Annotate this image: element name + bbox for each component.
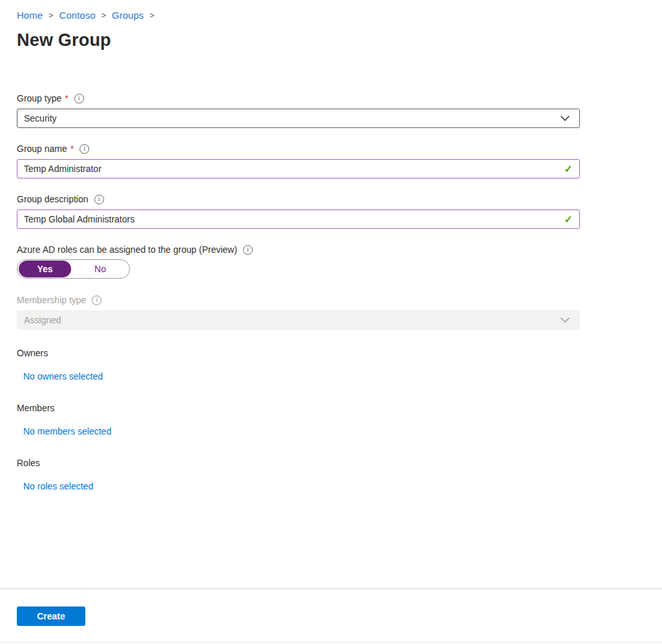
roles-assignable-label: Azure AD roles can be assigned to the gr… bbox=[17, 244, 580, 255]
roles-label: Roles bbox=[17, 458, 580, 468]
create-button[interactable]: Create bbox=[17, 606, 85, 626]
group-description-label-text: Group description bbox=[17, 194, 89, 204]
info-icon[interactable]: i bbox=[92, 295, 101, 305]
info-icon[interactable]: i bbox=[80, 144, 89, 154]
validation-check-icon: ✓ bbox=[564, 163, 573, 175]
footer-action-bar: Create bbox=[0, 588, 662, 643]
group-name-field: Group name * i ✓ bbox=[17, 144, 580, 178]
members-section: Members No members selected bbox=[17, 403, 580, 437]
group-type-select[interactable]: Security bbox=[17, 109, 580, 128]
group-name-input-wrap: ✓ bbox=[17, 159, 580, 178]
breadcrumb-separator: > bbox=[48, 10, 54, 20]
group-description-input-wrap: ✓ bbox=[17, 209, 580, 229]
chevron-down-icon bbox=[560, 115, 570, 122]
membership-type-label: Membership type i bbox=[17, 295, 580, 305]
owners-label: Owners bbox=[17, 348, 580, 358]
toggle-option-yes[interactable]: Yes bbox=[19, 261, 71, 277]
breadcrumb-link-groups[interactable]: Groups bbox=[112, 10, 144, 21]
roles-picker-link[interactable]: No roles selected bbox=[23, 481, 93, 491]
info-icon[interactable]: i bbox=[94, 195, 104, 204]
group-type-label-text: Group type bbox=[17, 93, 61, 103]
group-type-field: Group type * i Security bbox=[17, 93, 580, 128]
group-name-label: Group name * i bbox=[17, 144, 580, 154]
group-type-label: Group type * i bbox=[17, 93, 580, 103]
roles-assignable-label-text: Azure AD roles can be assigned to the gr… bbox=[17, 244, 237, 255]
group-description-label: Group description i bbox=[17, 194, 580, 204]
membership-type-label-text: Membership type bbox=[17, 295, 86, 305]
validation-check-icon: ✓ bbox=[564, 213, 573, 226]
breadcrumb-link-home[interactable]: Home bbox=[17, 10, 43, 21]
group-description-input[interactable] bbox=[24, 214, 559, 224]
required-marker: * bbox=[70, 144, 74, 154]
membership-type-select: Assigned bbox=[17, 310, 580, 330]
breadcrumb-link-contoso[interactable]: Contoso bbox=[59, 10, 96, 21]
owners-picker-link[interactable]: No owners selected bbox=[23, 371, 103, 381]
new-group-form: Group type * i Security Group name * i ✓ bbox=[17, 93, 580, 492]
group-description-field: Group description i ✓ bbox=[17, 194, 580, 229]
info-icon[interactable]: i bbox=[74, 94, 84, 103]
membership-type-selected-value: Assigned bbox=[24, 315, 61, 325]
info-icon[interactable]: i bbox=[243, 245, 253, 255]
page-title: New Group bbox=[17, 30, 580, 50]
members-label: Members bbox=[17, 403, 580, 413]
members-picker-link[interactable]: No members selected bbox=[23, 426, 111, 436]
group-name-input[interactable] bbox=[24, 164, 559, 174]
roles-section: Roles No roles selected bbox=[17, 458, 580, 492]
required-marker: * bbox=[65, 93, 68, 103]
breadcrumb: Home > Contoso > Groups > bbox=[17, 10, 580, 21]
page-content: Home > Contoso > Groups > New Group Grou… bbox=[0, 0, 580, 492]
membership-type-field: Membership type i Assigned bbox=[17, 295, 580, 330]
roles-assignable-toggle: Yes No bbox=[17, 259, 130, 279]
group-name-label-text: Group name bbox=[17, 144, 67, 154]
toggle-option-no[interactable]: No bbox=[71, 264, 129, 274]
group-type-selected-value: Security bbox=[24, 113, 57, 123]
breadcrumb-separator: > bbox=[149, 10, 155, 20]
owners-section: Owners No owners selected bbox=[17, 348, 580, 382]
breadcrumb-separator: > bbox=[101, 10, 106, 20]
roles-assignable-field: Azure AD roles can be assigned to the gr… bbox=[17, 244, 580, 279]
chevron-down-icon bbox=[560, 317, 570, 323]
